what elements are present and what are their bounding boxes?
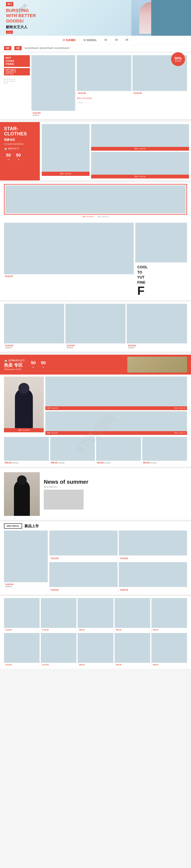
large-product-price: ¥119.00 [33,112,74,114]
star-product-img-sm2 [91,152,189,175]
bot-footer-4: ¥99.00 [115,628,150,632]
two-col-left-price: ¥129.00 [5,275,133,278]
off-label-2: 折 [18,159,19,161]
bot2-img-4 [115,633,150,663]
large-product-img [31,55,75,111]
news-right-content: News of summer NEW ARRIVAL [44,479,187,509]
bot-3[interactable]: ¥99.00 [78,598,113,632]
nav-tabs: 01 热卖爆款 02 精选商品 03 04 05 [0,36,191,45]
hot-sm-img-4 [142,437,187,461]
three-col-img-2 [65,304,126,343]
promo-badge-1: 5折 [4,46,11,50]
new-sm-img-3 [49,562,117,587]
product-price-sm2: ¥119.00 [134,92,186,94]
hot-header-desc: All Awesome Trend [4,368,25,370]
bot-5[interactable]: ¥89.00 [152,598,187,632]
new-arrival-header-row: NEW ARRIVAL 新品上市 [4,523,187,529]
star-large-product[interactable]: 现价: ¥129.00 [42,124,89,179]
new-arrival-footer-1: ¥129.00 ¥258.00 [4,582,48,589]
star-clothes-event: 🏠 畅游狂欢节 [4,147,36,150]
person-head-shape [19,383,29,394]
bot2-3[interactable]: ¥99.00 [78,633,113,667]
divider-7 [0,594,191,596]
bot-2[interactable]: ¥119.00 [41,598,76,632]
bot-4[interactable]: ¥99.00 [115,598,150,632]
new-sm-footer-2: ¥119.00 [119,555,187,561]
hot-sm-img-2 [50,437,95,461]
large-product-original: ¥238.00 [33,114,74,116]
hot-header-event: 🏠 品牌畅游狂欢节 [4,359,25,362]
large-product-card[interactable]: ¥119.00 ¥238.00 [31,55,75,117]
nav-tab-2[interactable]: 02 精选商品 [80,37,101,43]
new-sm-img-1 [49,531,117,555]
double-off-badges: 50 折 50 折 [4,152,36,162]
divider-6 [0,520,191,521]
three-col-orig-3: ¥238.00 [128,347,186,349]
star-product-sm2[interactable]: 现价: ¥119.00 [91,152,189,179]
hot-sm-1[interactable]: ¥99.00 ¥198.00 [4,437,49,465]
three-col-price-3: ¥119.00 [128,344,186,347]
three-col-item-3[interactable]: ¥119.00 ¥238.00 [127,304,187,349]
new-sm-4[interactable]: ¥109.00 [119,562,187,592]
wide-banner-img [5,185,186,213]
divider-2 [0,180,191,182]
three-col-price-1: ¥119.00 [5,344,63,347]
new-sm-3[interactable]: ¥109.00 [49,562,117,592]
product-footer-sm1: ¥119.00 [77,91,131,95]
bot2-img-2 [41,633,76,663]
hot-right-top[interactable]: 现价: ¥119.00 原价: ¥238.00 [45,376,187,410]
nav-tab-1[interactable]: 01 热卖爆款 [59,37,80,43]
three-col-item-1[interactable]: ¥119.00 ¥238.00 [4,304,64,349]
two-col-left-img[interactable] [4,223,134,274]
star-clothes-desc-text: 打造专属于你的明星同款 [4,143,36,146]
bot2-1[interactable]: ¥119.00 [4,633,39,667]
hot-sm-4[interactable]: ¥89.00 ¥178.00 [142,437,187,465]
off-label: 90%OFF [175,60,181,62]
hot-sm-img-3 [96,437,141,461]
hot-right-bottom-footer: 现价: ¥119.00 原价: ¥238.00 [45,431,187,435]
bot2-4[interactable]: ¥99.00 [115,633,150,667]
divider-4 [0,351,191,353]
star-product-sm1[interactable]: 现价: ¥119.00 [91,124,189,151]
right-products-row1: ¥119.00 ¥119.00 [77,55,187,95]
news-section: News of summer NEW ARRIVAL [0,468,191,520]
off-num-2: 50 [16,153,21,157]
off-badge-2: 50 折 [14,152,23,162]
new-sm-2[interactable]: ¥119.00 [119,531,187,561]
hot-stars-products: ¥119.00 ¥238.00 90% 90%OFF [31,55,187,117]
star-clothes-title: STAR-CLOTHES [4,126,36,136]
new-arrival-section: NEW ARRIVAL 新品上市 ¥129.00 ¥258.00 ¥119.00 [0,521,191,594]
hot-sm-2[interactable]: ¥99.00 ¥198.00 [50,437,95,465]
two-col-img [4,223,134,274]
bot2-footer-4: ¥99.00 [115,663,150,667]
new-sm-footer-3: ¥109.00 [49,587,117,592]
nav-tab-3[interactable]: 03 [101,37,111,43]
nav-tab-4[interactable]: 04 [111,37,121,43]
new-sm-1[interactable]: ¥119.00 [49,531,117,561]
divider-1 [0,119,191,121]
hot-right-bottom[interactable]: 现价: ¥119.00 原价: ¥238.00 [45,411,187,435]
bot2-5[interactable]: ¥89.00 [152,633,187,667]
off-num-1: 50 [6,153,11,157]
promo-badge-2: 5折 [14,46,22,50]
bot-1[interactable]: ¥119.00 [4,598,39,632]
hot-sm-img-1 [4,437,49,461]
product-card-sm1[interactable]: ¥119.00 [77,55,131,95]
two-col-right-img[interactable] [135,223,187,262]
new-arrival-orig-1: ¥258.00 [5,586,46,588]
off-note: （仅1天） [77,102,187,104]
nav-tab-5[interactable]: 05 [121,37,132,43]
bot2-2[interactable]: ¥119.00 [41,633,76,667]
three-col-footer-1: ¥119.00 ¥238.00 [4,343,64,349]
product-footer-sm2: ¥119.00 [133,91,187,95]
new-arrival-large-1[interactable]: ¥129.00 ¥258.00 [4,531,48,592]
hot-sm-3[interactable]: ¥89.00 ¥178.00 [96,437,141,465]
three-col-item-2[interactable]: ¥119.00 ¥238.00 [65,304,126,349]
new-arrival-sub-text: 新品上市 [25,524,39,528]
person-photo [4,376,44,428]
person-body [15,389,33,428]
bot-footer-2: ¥119.00 [41,628,76,632]
hot-section-wrapper: 🏠 品牌畅游狂欢节 热卖 专区 All Awesome Trend 50 折 5… [0,355,191,467]
hot-right-top-img [45,376,187,406]
star-products-layout: 现价: ¥129.00 现价: ¥119.00 现价: ¥119.00 [42,124,189,179]
